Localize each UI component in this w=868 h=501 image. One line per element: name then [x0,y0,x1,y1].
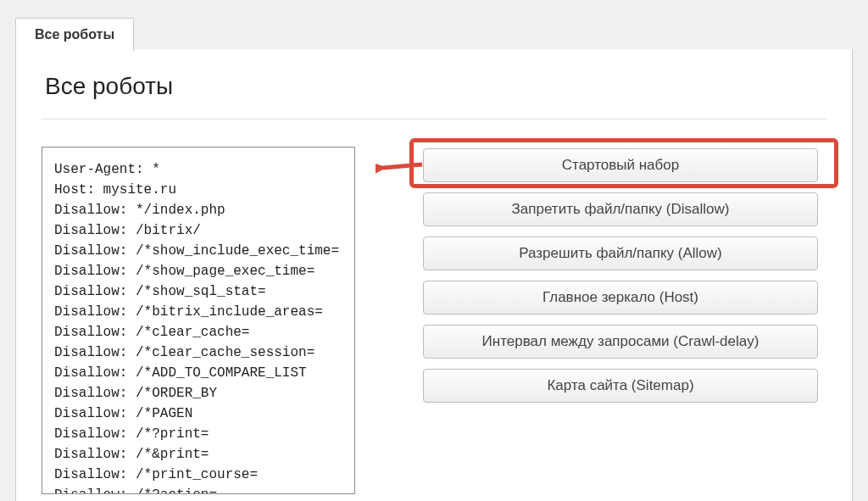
starter-set-button[interactable]: Стартовый набор [423,148,818,182]
robots-textarea[interactable] [42,147,355,494]
page-frame: Все роботы Все роботы Стартовый набор За… [0,0,868,501]
host-button[interactable]: Главное зеркало (Host) [423,281,818,315]
disallow-button[interactable]: Запретить файл/папку (Disallow) [423,192,818,226]
crawl-delay-button[interactable]: Интервал между запросами (Crawl-delay) [423,325,818,359]
divider [42,119,826,120]
allow-button[interactable]: Разрешить файл/папку (Allow) [423,237,818,270]
page-title: Все роботы [16,49,852,119]
sitemap-button[interactable]: Карта сайта (Sitemap) [423,369,818,403]
main-panel: Все роботы Все роботы Стартовый набор За… [15,49,853,501]
buttons-column: Стартовый набор Запретить файл/папку (Di… [372,147,826,494]
content-row: Стартовый набор Запретить файл/папку (Di… [16,147,852,494]
tab-row: Все роботы [15,18,134,52]
tab-all-robots[interactable]: Все роботы [15,18,134,52]
